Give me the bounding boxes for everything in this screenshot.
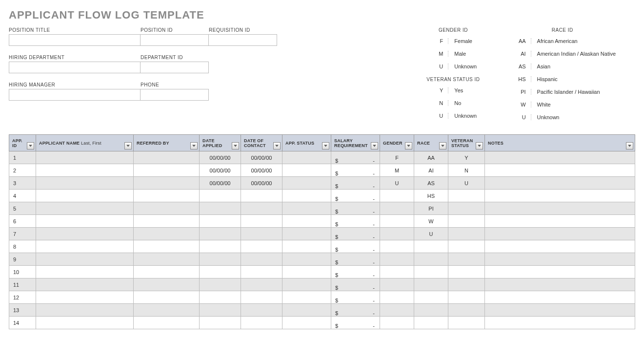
table-cell[interactable]: [282, 177, 331, 190]
table-cell[interactable]: [134, 215, 200, 228]
table-cell[interactable]: 13: [9, 304, 36, 317]
table-cell[interactable]: [241, 228, 282, 240]
table-cell[interactable]: [414, 278, 448, 291]
table-cell[interactable]: [241, 304, 282, 317]
table-cell[interactable]: [380, 317, 414, 329]
table-cell[interactable]: [36, 304, 134, 317]
table-cell[interactable]: [36, 151, 134, 164]
filter-dropdown-icon[interactable]: [232, 142, 239, 149]
table-cell[interactable]: W: [414, 215, 448, 228]
table-cell-salary[interactable]: $-: [331, 164, 380, 177]
table-cell-salary[interactable]: $-: [331, 291, 380, 304]
table-cell[interactable]: 3: [9, 177, 36, 190]
table-cell[interactable]: [134, 151, 200, 164]
table-cell[interactable]: [282, 151, 331, 164]
table-cell[interactable]: [241, 317, 282, 329]
table-cell-salary[interactable]: $-: [331, 266, 380, 278]
table-cell[interactable]: [485, 164, 635, 177]
table-cell[interactable]: 4: [9, 190, 36, 202]
table-cell-salary[interactable]: $-: [331, 253, 380, 266]
table-cell[interactable]: [134, 278, 200, 291]
table-cell[interactable]: [448, 202, 485, 215]
table-cell[interactable]: [282, 278, 331, 291]
table-cell[interactable]: 11: [9, 278, 36, 291]
table-cell[interactable]: [448, 291, 485, 304]
field-input[interactable]: [141, 89, 209, 101]
table-cell[interactable]: [414, 240, 448, 253]
table-cell[interactable]: [200, 190, 241, 202]
table-cell[interactable]: [282, 240, 331, 253]
table-cell[interactable]: [282, 253, 331, 266]
table-cell[interactable]: [485, 215, 635, 228]
table-cell[interactable]: [448, 215, 485, 228]
table-cell-salary[interactable]: $-: [331, 240, 380, 253]
table-cell[interactable]: [36, 228, 134, 240]
table-cell-salary[interactable]: $-: [331, 190, 380, 202]
field-input[interactable]: [141, 62, 209, 73]
table-cell[interactable]: [241, 291, 282, 304]
table-cell[interactable]: [448, 278, 485, 291]
table-cell[interactable]: 14: [9, 317, 36, 329]
filter-dropdown-icon[interactable]: [476, 142, 483, 149]
table-cell[interactable]: [448, 266, 485, 278]
table-cell[interactable]: [36, 278, 134, 291]
table-cell[interactable]: 1: [9, 151, 36, 164]
table-cell[interactable]: [200, 215, 241, 228]
table-cell[interactable]: [134, 190, 200, 202]
table-cell[interactable]: [485, 228, 635, 240]
table-cell[interactable]: [282, 202, 331, 215]
table-cell[interactable]: 6: [9, 215, 36, 228]
table-cell[interactable]: [134, 291, 200, 304]
table-cell[interactable]: [485, 177, 635, 190]
table-cell[interactable]: [134, 177, 200, 190]
field-input[interactable]: [9, 34, 141, 46]
table-cell[interactable]: [380, 240, 414, 253]
table-cell[interactable]: [241, 240, 282, 253]
table-cell[interactable]: [448, 228, 485, 240]
table-cell[interactable]: 00/00/00: [200, 164, 241, 177]
table-cell[interactable]: [282, 317, 331, 329]
table-cell[interactable]: 9: [9, 253, 36, 266]
table-cell[interactable]: AI: [414, 164, 448, 177]
table-cell[interactable]: [134, 317, 200, 329]
table-cell[interactable]: PI: [414, 202, 448, 215]
table-cell[interactable]: 00/00/00: [241, 177, 282, 190]
field-input[interactable]: [9, 62, 141, 73]
table-cell[interactable]: [448, 304, 485, 317]
table-cell[interactable]: [485, 240, 635, 253]
table-cell[interactable]: 8: [9, 240, 36, 253]
table-cell[interactable]: AS: [414, 177, 448, 190]
table-cell[interactable]: [282, 228, 331, 240]
table-cell[interactable]: 00/00/00: [241, 151, 282, 164]
table-cell[interactable]: [36, 177, 134, 190]
table-cell[interactable]: [380, 304, 414, 317]
table-cell[interactable]: [414, 253, 448, 266]
table-cell[interactable]: [485, 317, 635, 329]
table-cell[interactable]: [485, 291, 635, 304]
table-cell[interactable]: [241, 266, 282, 278]
table-cell[interactable]: U: [380, 177, 414, 190]
filter-dropdown-icon[interactable]: [405, 142, 412, 149]
table-cell[interactable]: [380, 278, 414, 291]
table-cell[interactable]: AA: [414, 151, 448, 164]
table-cell[interactable]: U: [414, 228, 448, 240]
table-cell[interactable]: [282, 215, 331, 228]
table-cell[interactable]: [485, 253, 635, 266]
table-cell[interactable]: 10: [9, 266, 36, 278]
field-input[interactable]: [209, 34, 277, 46]
table-cell[interactable]: [448, 240, 485, 253]
filter-dropdown-icon[interactable]: [626, 142, 633, 149]
table-cell[interactable]: [134, 228, 200, 240]
table-cell-salary[interactable]: $-: [331, 228, 380, 240]
table-cell[interactable]: [241, 190, 282, 202]
table-cell[interactable]: [485, 151, 635, 164]
table-cell[interactable]: [485, 190, 635, 202]
table-cell[interactable]: [134, 202, 200, 215]
table-cell[interactable]: HS: [414, 190, 448, 202]
table-cell[interactable]: [414, 266, 448, 278]
table-cell[interactable]: [241, 215, 282, 228]
table-cell[interactable]: [241, 202, 282, 215]
field-input[interactable]: [141, 34, 209, 46]
table-cell[interactable]: [282, 291, 331, 304]
table-cell[interactable]: [485, 304, 635, 317]
